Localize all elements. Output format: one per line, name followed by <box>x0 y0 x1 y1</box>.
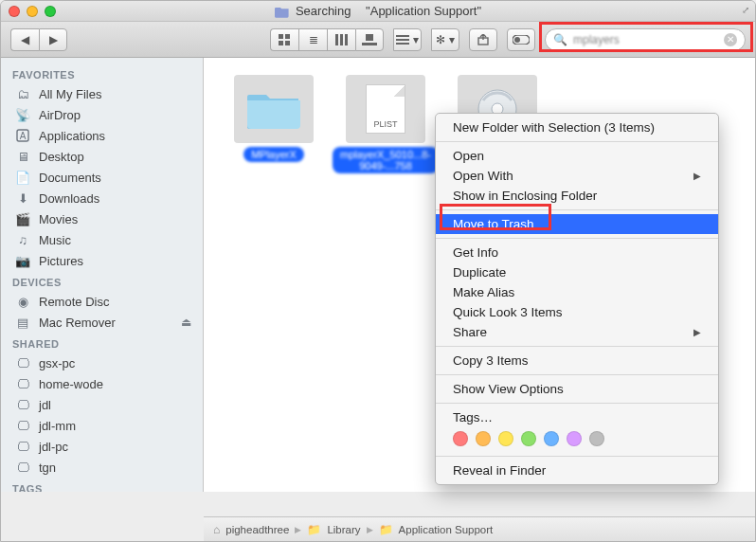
sidebar: FAVORITES 🗂All My Files 📡AirDrop AApplic… <box>1 58 204 492</box>
share-icon: 🖵 <box>14 439 31 454</box>
svg-rect-10 <box>396 39 409 41</box>
share-button[interactable] <box>469 28 497 51</box>
path-bar: ⌂ pigheadthree ▶ 📁 Library ▶ 📁 Applicati… <box>204 516 755 541</box>
menu-tags-colors[interactable] <box>436 427 718 452</box>
share-icon: 🖵 <box>14 460 31 475</box>
sidebar-item-downloads[interactable]: ⬇Downloads <box>1 188 203 208</box>
menu-quick-look[interactable]: Quick Look 3 Items <box>436 302 718 322</box>
menu-make-alias[interactable]: Make Alias <box>436 282 718 302</box>
menu-reveal-in-finder[interactable]: Reveal in Finder <box>436 461 718 480</box>
movies-icon: 🎬 <box>14 211 31 226</box>
svg-rect-8 <box>362 43 377 45</box>
menu-show-enclosing[interactable]: Show in Enclosing Folder <box>436 186 718 206</box>
sidebar-item-shared[interactable]: 🖵jdl-pc <box>1 436 203 457</box>
svg-rect-3 <box>285 41 290 45</box>
svg-rect-2 <box>279 41 283 45</box>
svg-rect-1 <box>285 34 290 39</box>
action-button[interactable]: ✻ ▾ <box>431 28 459 51</box>
back-button[interactable]: ◀ <box>10 28 39 51</box>
svg-rect-4 <box>335 34 338 45</box>
disc-icon: ◉ <box>14 294 31 309</box>
sidebar-item-music[interactable]: ♫Music <box>1 229 203 250</box>
clear-search-button[interactable]: ✕ <box>724 33 737 46</box>
close-window-button[interactable] <box>9 6 20 17</box>
allfiles-icon: 🗂 <box>14 86 31 101</box>
path-segment[interactable]: Application Support <box>399 524 494 535</box>
sidebar-section-devices: DEVICES <box>1 271 203 291</box>
sidebar-item-applications[interactable]: AApplications <box>1 125 203 146</box>
tag-color-dot[interactable] <box>453 431 468 446</box>
menu-copy-items[interactable]: Copy 3 Items <box>436 351 718 370</box>
context-menu: New Folder with Selection (3 Items) Open… <box>435 113 719 485</box>
file-name: mplayerX_5010...8-9049-...758 <box>333 147 439 173</box>
desktop-icon: 🖥 <box>14 149 31 164</box>
share-icon: 🖵 <box>14 397 31 412</box>
search-icon: 🔍 <box>553 33 567 46</box>
tag-color-dot[interactable] <box>521 431 536 446</box>
fullscreen-icon[interactable]: ⤢ <box>742 5 749 15</box>
arrange-button[interactable]: ▾ <box>393 28 422 51</box>
menu-show-view-options[interactable]: Show View Options <box>436 379 718 399</box>
sidebar-section-shared: SHARED <box>1 333 203 352</box>
eject-icon[interactable]: ⏏ <box>181 316 191 329</box>
forward-button[interactable]: ▶ <box>39 28 67 51</box>
tag-color-dot[interactable] <box>476 431 491 446</box>
view-list-button[interactable]: ≣ <box>298 28 327 51</box>
menu-get-info[interactable]: Get Info <box>436 243 718 262</box>
menu-new-folder-selection[interactable]: New Folder with Selection (3 Items) <box>436 117 718 137</box>
folder-icon <box>275 5 290 18</box>
sidebar-section-favorites: FAVORITES <box>1 63 203 83</box>
sidebar-section-tags: TAGS <box>1 478 203 492</box>
tag-color-dot[interactable] <box>544 431 559 446</box>
menu-open[interactable]: Open <box>436 146 718 166</box>
tag-color-dot[interactable] <box>589 431 604 446</box>
folder-icon <box>247 89 300 129</box>
sidebar-item-desktop[interactable]: 🖥Desktop <box>1 146 203 167</box>
search-input[interactable] <box>573 33 718 46</box>
view-column-button[interactable] <box>327 28 355 51</box>
drive-icon: ▤ <box>14 315 31 330</box>
file-item[interactable]: MPlayerX <box>232 75 315 173</box>
sidebar-item-pictures[interactable]: 📷Pictures <box>1 250 203 271</box>
minimize-window-button[interactable] <box>27 6 38 17</box>
sidebar-item-remote-disc[interactable]: ◉Remote Disc <box>1 291 203 312</box>
home-icon: ⌂ <box>213 523 220 536</box>
sidebar-item-shared[interactable]: 🖵tgn <box>1 457 203 478</box>
menu-move-to-trash[interactable]: Move to Trash <box>436 214 718 234</box>
sidebar-item-airdrop[interactable]: 📡AirDrop <box>1 104 203 125</box>
sidebar-item-shared[interactable]: 🖵gsx-pc <box>1 352 203 373</box>
view-coverflow-button[interactable] <box>355 28 384 51</box>
path-segment[interactable]: Library <box>327 524 360 535</box>
sidebar-item-all-my-files[interactable]: 🗂All My Files <box>1 83 203 104</box>
menu-tags[interactable]: Tags… <box>436 407 718 427</box>
tag-color-dot[interactable] <box>498 431 513 446</box>
sidebar-item-shared[interactable]: 🖵home-wode <box>1 373 203 394</box>
tags-button[interactable] <box>507 28 535 51</box>
view-switcher: ≣ <box>270 28 384 51</box>
share-icon: 🖵 <box>14 418 31 433</box>
tag-color-dot[interactable] <box>567 431 582 446</box>
share-icon: 🖵 <box>14 376 31 391</box>
svg-rect-0 <box>279 34 283 39</box>
menu-share[interactable]: Share▶ <box>436 322 718 342</box>
plist-icon: PLIST <box>366 84 405 134</box>
sidebar-item-documents[interactable]: 📄Documents <box>1 167 203 188</box>
sidebar-item-shared[interactable]: 🖵jdl <box>1 394 203 415</box>
submenu-arrow-icon: ▶ <box>693 171 701 181</box>
zoom-window-button[interactable] <box>45 6 56 17</box>
titlebar: Searching "Application Support" ⤢ <box>1 1 755 22</box>
sidebar-item-movies[interactable]: 🎬Movies <box>1 208 203 229</box>
sidebar-item-shared[interactable]: 🖵jdl-mm <box>1 415 203 436</box>
view-icon-button[interactable] <box>270 28 298 51</box>
svg-rect-7 <box>366 34 373 41</box>
music-icon: ♫ <box>14 232 31 247</box>
menu-duplicate[interactable]: Duplicate <box>436 262 718 282</box>
downloads-icon: ⬇ <box>14 190 31 206</box>
search-field[interactable]: 🔍 ✕ <box>545 28 746 51</box>
menu-open-with[interactable]: Open With▶ <box>436 166 718 186</box>
file-name: MPlayerX <box>243 147 304 162</box>
file-item[interactable]: PLIST mplayerX_5010...8-9049-...758 <box>344 75 427 173</box>
sidebar-item-mac-remover[interactable]: ▤Mac Remover⏏ <box>1 312 203 333</box>
pictures-icon: 📷 <box>14 253 31 268</box>
path-segment[interactable]: pigheadthree <box>225 524 289 535</box>
